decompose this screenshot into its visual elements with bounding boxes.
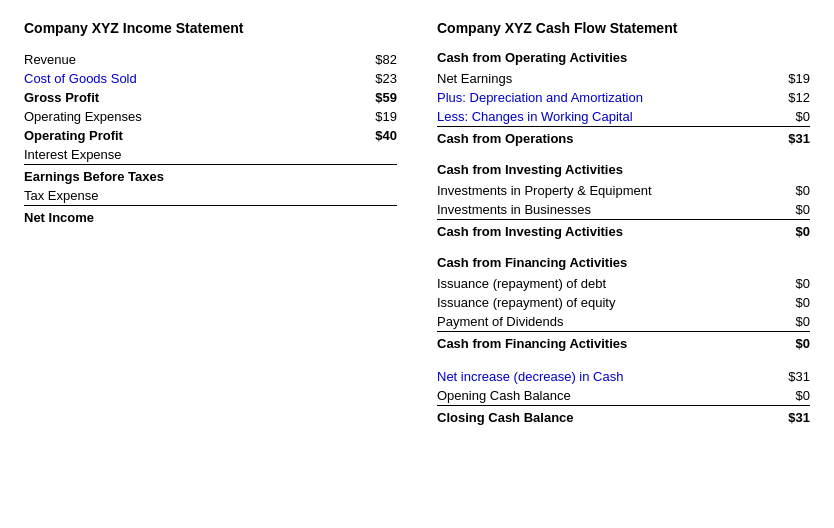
cashflow-row: Closing Cash Balance$31 [437,408,810,427]
cashflow-row-value: $0 [770,336,810,351]
cashflow-row: Investments in Property & Equipment$0 [437,181,810,200]
income-row-label: Gross Profit [24,90,357,105]
cashflow-row-value: $31 [770,410,810,425]
income-row-label: Operating Expenses [24,109,357,124]
income-row-value: $40 [357,128,397,143]
income-statement-rows: Revenue$82Cost of Goods Sold$23Gross Pro… [24,50,397,227]
cashflow-row-label: Investments in Businesses [437,202,770,217]
cashflow-row-label: Issuance (repayment) of equity [437,295,770,310]
income-row-label: Tax Expense [24,188,357,203]
cashflow-row: Issuance (repayment) of equity$0 [437,293,810,312]
income-row-label: Cost of Goods Sold [24,71,357,86]
cashflow-section-header: Cash from Operating Activities [437,50,810,65]
income-row: Earnings Before Taxes [24,167,397,186]
cashflow-statement-panel: Company XYZ Cash Flow Statement Cash fro… [417,20,810,427]
cashflow-row: Opening Cash Balance$0 [437,386,810,406]
cashflow-row: Cash from Operations$31 [437,129,810,148]
cashflow-row-label: Net increase (decrease) in Cash [437,369,770,384]
cashflow-row: Investments in Businesses$0 [437,200,810,220]
cashflow-row-value: $31 [770,131,810,146]
cashflow-row-value: $0 [770,224,810,239]
cashflow-row-label: Cash from Investing Activities [437,224,770,239]
income-row: Revenue$82 [24,50,397,69]
cashflow-section-header: Cash from Financing Activities [437,255,810,270]
income-row: Gross Profit$59 [24,88,397,107]
cashflow-row-label: Cash from Financing Activities [437,336,770,351]
cashflow-row-value: $12 [770,90,810,105]
cashflow-row: Cash from Financing Activities$0 [437,334,810,353]
cashflow-row: Net Earnings$19 [437,69,810,88]
cashflow-row: Net increase (decrease) in Cash$31 [437,367,810,386]
cashflow-row-value: $0 [770,314,810,329]
income-row-label: Earnings Before Taxes [24,169,357,184]
cashflow-row-value: $19 [770,71,810,86]
income-statement-title: Company XYZ Income Statement [24,20,397,36]
cashflow-row-value: $0 [770,183,810,198]
cashflow-row-label: Payment of Dividends [437,314,770,329]
cashflow-row-label: Closing Cash Balance [437,410,770,425]
cashflow-row: Payment of Dividends$0 [437,312,810,332]
cashflow-row: Plus: Depreciation and Amortization$12 [437,88,810,107]
income-row-label: Revenue [24,52,357,67]
income-row-value: $23 [357,71,397,86]
cashflow-row-value: $0 [770,109,810,124]
cashflow-statement-title: Company XYZ Cash Flow Statement [437,20,810,36]
cashflow-sections: Cash from Operating ActivitiesNet Earnin… [437,50,810,427]
cashflow-section: Cash from Financing ActivitiesIssuance (… [437,255,810,353]
income-row: Operating Profit$40 [24,126,397,145]
income-row: Net Income [24,208,397,227]
income-row-value: $19 [357,109,397,124]
cashflow-row-value: $0 [770,388,810,403]
cashflow-section: Cash from Investing ActivitiesInvestment… [437,162,810,241]
cashflow-row-label: Investments in Property & Equipment [437,183,770,198]
cashflow-section: Net increase (decrease) in Cash$31Openin… [437,367,810,427]
cashflow-row-label: Plus: Depreciation and Amortization [437,90,770,105]
income-row-label: Interest Expense [24,147,357,162]
income-row-label: Net Income [24,210,357,225]
cashflow-row-value: $0 [770,295,810,310]
income-row: Interest Expense [24,145,397,165]
income-row: Cost of Goods Sold$23 [24,69,397,88]
cashflow-row-label: Cash from Operations [437,131,770,146]
cashflow-row-label: Net Earnings [437,71,770,86]
cashflow-row-value: $31 [770,369,810,384]
cashflow-row: Cash from Investing Activities$0 [437,222,810,241]
income-row: Tax Expense [24,186,397,206]
cashflow-section: Cash from Operating ActivitiesNet Earnin… [437,50,810,148]
cashflow-row-label: Issuance (repayment) of debt [437,276,770,291]
income-row: Operating Expenses$19 [24,107,397,126]
cashflow-row-value: $0 [770,276,810,291]
income-row-value: $59 [357,90,397,105]
income-statement-panel: Company XYZ Income Statement Revenue$82C… [24,20,417,427]
cashflow-row-value: $0 [770,202,810,217]
cashflow-section-header: Cash from Investing Activities [437,162,810,177]
cashflow-row-label: Less: Changes in Working Capital [437,109,770,124]
income-row-value: $82 [357,52,397,67]
cashflow-row: Issuance (repayment) of debt$0 [437,274,810,293]
cashflow-row: Less: Changes in Working Capital$0 [437,107,810,127]
cashflow-row-label: Opening Cash Balance [437,388,770,403]
income-row-label: Operating Profit [24,128,357,143]
